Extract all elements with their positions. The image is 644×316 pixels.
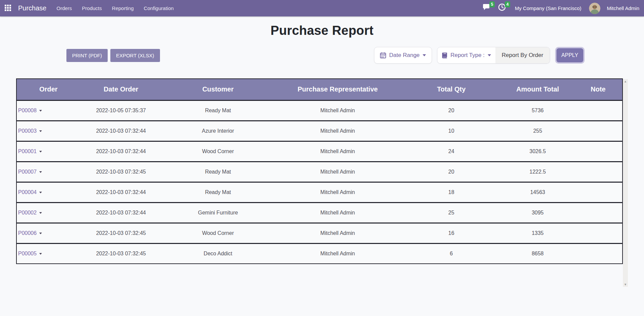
purchase-report-table: Order Date Order Customer Purchase Repre… [16, 78, 623, 264]
rep-cell: Mitchell Admin [274, 141, 401, 162]
date-range-dropdown[interactable]: Date Range [374, 47, 432, 64]
note-cell [574, 182, 623, 202]
scroll-up-arrow-icon[interactable]: ▲ [623, 79, 628, 84]
column-header-order: Order [16, 79, 80, 100]
amount-cell: 1335 [501, 223, 574, 243]
amount-cell: 1222.5 [501, 162, 574, 182]
column-header-customer: Customer [162, 79, 274, 100]
app-name[interactable]: Purchase [18, 4, 47, 12]
page-title: Purchase Report [0, 23, 644, 38]
rep-cell: Mitchell Admin [274, 162, 401, 182]
order-link[interactable]: P00008 [18, 108, 37, 113]
print-pdf-button[interactable]: PRINT (PDF) [66, 49, 108, 62]
note-cell [574, 223, 623, 243]
calendar-icon [380, 52, 386, 58]
qty-cell: 10 [401, 121, 501, 141]
qty-cell: 20 [401, 162, 501, 182]
chevron-down-icon [488, 54, 491, 56]
date-cell: 2022-10-03 07:32:45 [80, 223, 162, 243]
column-header-amount: Amount Total [501, 79, 574, 100]
column-header-qty: Total Qty [401, 79, 501, 100]
table-row: P000052022-10-03 07:32:45Deco AddictMitc… [16, 243, 623, 264]
rep-cell: Mitchell Admin [274, 121, 401, 141]
report-type-group: Report Type : Report By Order [437, 47, 550, 64]
table-row: P000072022-10-03 07:32:45Ready MatMitche… [16, 162, 623, 182]
menu-item-reporting[interactable]: Reporting [112, 5, 134, 11]
rep-cell: Mitchell Admin [274, 223, 401, 243]
table-row: P000042022-10-03 07:32:44Ready MatMitche… [16, 182, 623, 202]
report-type-label: Report Type : [450, 52, 485, 59]
vertical-scrollbar[interactable]: ▲ ▼ [623, 79, 628, 287]
qty-cell: 16 [401, 223, 501, 243]
chevron-down-icon [39, 171, 42, 173]
table-row: P000062022-10-03 07:32:45Wood CornerMitc… [16, 223, 623, 243]
date-cell: 2022-10-03 07:32:44 [80, 182, 162, 202]
order-link[interactable]: P00006 [18, 230, 37, 236]
activities-button[interactable]: 4 [498, 4, 507, 12]
qty-cell: 6 [401, 243, 501, 264]
export-xlsx-button[interactable]: EXPORT (XLSX) [110, 49, 160, 62]
book-icon [442, 52, 447, 58]
qty-cell: 20 [401, 100, 501, 121]
table-header-row: Order Date Order Customer Purchase Repre… [16, 79, 623, 100]
order-cell: P00002 [16, 202, 80, 223]
report-controls: PRINT (PDF) EXPORT (XLSX) Date Range [0, 47, 644, 64]
order-cell: P00006 [16, 223, 80, 243]
date-cell: 2022-10-03 07:32:44 [80, 141, 162, 162]
apply-button[interactable]: APPLY [556, 48, 583, 62]
chevron-down-icon [39, 192, 42, 193]
report-type-dropdown[interactable]: Report Type : [437, 47, 495, 63]
order-cell: P00003 [16, 121, 80, 141]
note-cell [574, 162, 623, 182]
apps-menu-button[interactable] [5, 5, 11, 12]
export-actions: PRINT (PDF) EXPORT (XLSX) [66, 49, 160, 62]
user-avatar[interactable] [589, 3, 600, 14]
amount-cell: 255 [501, 121, 574, 141]
amount-cell: 8658 [501, 243, 574, 264]
order-link[interactable]: P00005 [18, 251, 37, 256]
order-link[interactable]: P00002 [18, 210, 37, 215]
date-cell: 2022-10-03 07:32:45 [80, 162, 162, 182]
table-row: P000032022-10-03 07:32:44Azure InteriorM… [16, 121, 623, 141]
amount-cell: 14563 [501, 182, 574, 202]
messages-count-badge: 5 [489, 1, 495, 7]
amount-cell: 3095 [501, 202, 574, 223]
order-link[interactable]: P00004 [18, 189, 37, 195]
order-cell: P00008 [16, 100, 80, 121]
order-link[interactable]: P00001 [18, 148, 37, 154]
qty-cell: 18 [401, 182, 501, 202]
company-switcher[interactable]: My Company (San Francisco) [514, 5, 583, 11]
table-row: P000012022-10-03 07:32:44Wood CornerMitc… [16, 141, 623, 162]
menu-item-orders[interactable]: Orders [57, 5, 72, 11]
column-header-note: Note [574, 79, 623, 100]
messages-button[interactable]: 5 [483, 4, 492, 12]
chevron-down-icon [39, 110, 42, 112]
qty-cell: 25 [401, 202, 501, 223]
scroll-down-arrow-icon[interactable]: ▼ [623, 282, 628, 287]
chevron-down-icon [39, 233, 42, 234]
table-row: P000022022-10-03 07:32:44Gemini Furnitur… [16, 202, 623, 223]
menu-item-configuration[interactable]: Configuration [144, 5, 174, 11]
column-header-rep: Purchase Representative [274, 79, 401, 100]
note-cell [574, 141, 623, 162]
amount-cell: 3026.5 [501, 141, 574, 162]
table-row: P000082022-10-05 07:35:37Ready MatMitche… [16, 100, 623, 121]
report-table-area: Order Date Order Customer Purchase Repre… [16, 78, 623, 264]
navbar-systray: 5 4 My Company (San Francisco) Mitchell … [483, 3, 639, 14]
amount-cell: 5736 [501, 100, 574, 121]
activities-count-badge: 4 [505, 1, 510, 7]
date-cell: 2022-10-03 07:32:45 [80, 243, 162, 264]
order-link[interactable]: P00007 [18, 169, 37, 175]
order-cell: P00007 [16, 162, 80, 182]
order-link[interactable]: P00003 [18, 128, 37, 134]
customer-cell: Wood Corner [162, 223, 274, 243]
customer-cell: Deco Addict [162, 243, 274, 264]
menu-item-products[interactable]: Products [82, 5, 102, 11]
date-cell: 2022-10-05 07:35:37 [80, 100, 162, 121]
customer-cell: Ready Mat [162, 182, 274, 202]
order-cell: P00001 [16, 141, 80, 162]
date-range-label: Date Range [389, 52, 420, 59]
customer-cell: Ready Mat [162, 162, 274, 182]
column-header-date: Date Order [80, 79, 162, 100]
user-menu[interactable]: Mitchell Admin [607, 5, 639, 11]
